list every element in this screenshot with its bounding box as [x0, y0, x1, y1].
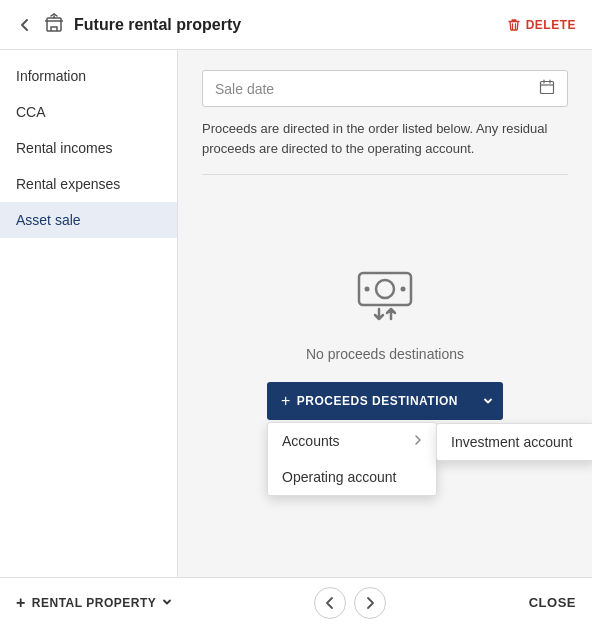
- rental-property-button[interactable]: + RENTAL PROPERTY: [16, 594, 172, 612]
- proceeds-btn-label: PROCEEDS DESTINATION: [297, 394, 458, 408]
- svg-point-5: [401, 287, 406, 292]
- accounts-chevron-icon: [414, 434, 422, 448]
- operating-account-label: Operating account: [282, 469, 396, 485]
- sidebar-item-rental-incomes[interactable]: Rental incomes: [0, 130, 177, 166]
- sidebar-item-information[interactable]: Information: [0, 58, 177, 94]
- investment-account-item[interactable]: Investment account: [437, 424, 592, 460]
- plus-icon: +: [281, 392, 291, 410]
- rental-property-chevron-icon: [162, 596, 172, 610]
- proceeds-dropdown-menu: Accounts Investment account Operating ac: [267, 422, 437, 496]
- proceeds-btn-main[interactable]: + PROCEEDS DESTINATION: [267, 382, 472, 420]
- svg-point-3: [376, 280, 394, 298]
- sidebar-item-rental-expenses[interactable]: Rental expenses: [0, 166, 177, 202]
- proceeds-btn-dropdown-arrow[interactable]: [473, 386, 503, 416]
- sale-date-placeholder: Sale date: [215, 81, 274, 97]
- footer-left: + RENTAL PROPERTY: [16, 594, 172, 612]
- rental-property-label: RENTAL PROPERTY: [32, 596, 156, 610]
- prev-button[interactable]: [314, 587, 346, 619]
- empty-state: No proceeds destinations + PROCEEDS DEST…: [202, 191, 568, 440]
- app-footer: + RENTAL PROPERTY CLOSE: [0, 577, 592, 627]
- info-text: Proceeds are directed in the order liste…: [202, 119, 568, 175]
- page-title: Future rental property: [74, 16, 241, 34]
- sidebar-item-cca[interactable]: CCA: [0, 94, 177, 130]
- back-button[interactable]: [16, 16, 34, 34]
- app-header: Future rental property DELETE: [0, 0, 592, 50]
- proceeds-destination-button[interactable]: + PROCEEDS DESTINATION: [267, 382, 503, 420]
- dropdown-item-operating-account[interactable]: Operating account: [268, 459, 436, 495]
- footer-navigation: [314, 587, 386, 619]
- sidebar-item-asset-sale[interactable]: Asset sale: [0, 202, 177, 238]
- plus-footer-icon: +: [16, 594, 26, 612]
- content-area: Sale date Proceeds are directed in the o…: [178, 50, 592, 577]
- sale-date-field[interactable]: Sale date: [202, 70, 568, 107]
- building-icon: [44, 13, 64, 36]
- delete-label: DELETE: [526, 18, 576, 32]
- calendar-icon: [539, 79, 555, 98]
- accounts-label: Accounts: [282, 433, 340, 449]
- delete-button[interactable]: DELETE: [507, 18, 576, 32]
- money-icon: [345, 251, 425, 334]
- empty-state-text: No proceeds destinations: [306, 346, 464, 362]
- dropdown-item-accounts[interactable]: Accounts Investment account: [268, 423, 436, 459]
- proceeds-destination-wrapper: + PROCEEDS DESTINATION Accounts: [267, 382, 503, 420]
- main-layout: Information CCA Rental incomes Rental ex…: [0, 50, 592, 577]
- accounts-submenu: Investment account: [436, 423, 592, 461]
- close-button[interactable]: CLOSE: [529, 595, 576, 610]
- header-left: Future rental property: [16, 13, 241, 36]
- svg-rect-1: [541, 82, 554, 94]
- svg-rect-0: [47, 18, 61, 31]
- sidebar: Information CCA Rental incomes Rental ex…: [0, 50, 178, 577]
- next-button[interactable]: [354, 587, 386, 619]
- svg-point-4: [365, 287, 370, 292]
